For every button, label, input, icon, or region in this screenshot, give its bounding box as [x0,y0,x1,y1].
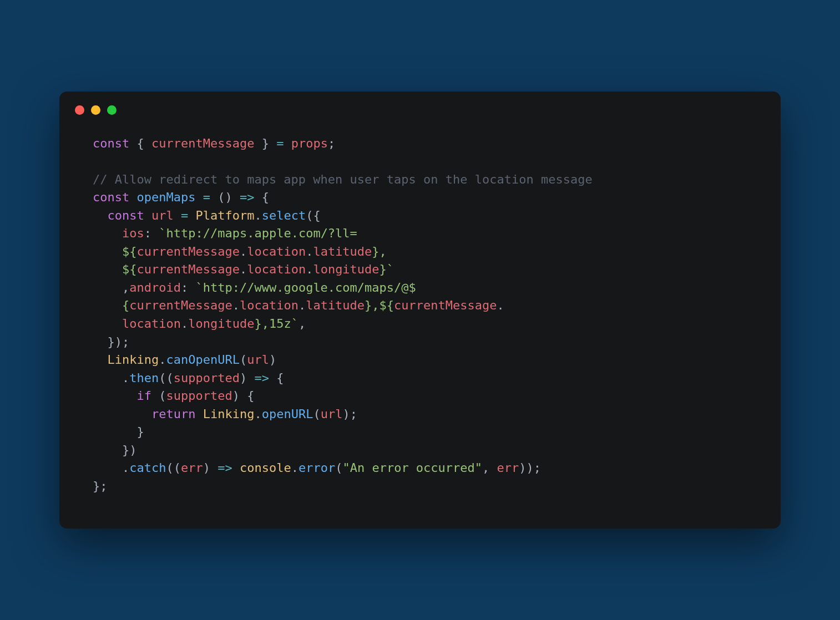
code-token-pn: }); [93,335,129,349]
close-icon[interactable] [75,105,84,115]
code-token-op: => [254,371,269,385]
code-token-id: url [247,353,269,367]
code-token-pn: { [269,371,284,385]
code-editor-window: const { currentMessage } = props; // All… [59,92,781,529]
code-token-id: location [247,262,306,276]
code-token-str: }` [379,262,394,276]
code-token-pn: . [240,262,247,276]
code-token-pn: , [93,281,129,294]
code-token-prop: ios [122,226,144,240]
code-token-id: location [240,298,298,312]
code-token-id: currentMessage [129,298,232,312]
code-token-id: currentMessage [136,262,239,276]
code-token-pn [284,136,291,150]
code-token-pn [188,209,195,222]
code-token-id: supported [174,371,240,385]
code-token-id: location [122,317,181,331]
code-token-pn: . [298,298,306,312]
code-token-id: longitude [313,262,379,276]
code-token-cls: console [240,461,291,475]
code-token-op: = [276,136,284,150]
code-token-pn [144,209,151,222]
code-token-pn: . [93,461,129,475]
code-token-pn [195,407,203,421]
code-token-op: = [181,209,188,222]
zoom-icon[interactable] [107,105,117,115]
code-token-id: currentMessage [394,298,497,312]
code-token-pn: ( [240,353,247,367]
code-token-pn: . [306,262,313,276]
code-token-pn: . [240,245,247,258]
code-token-pn: ( [151,389,166,403]
window-titlebar [59,92,781,118]
code-token-pn: { [129,136,151,150]
code-token-pn: . [254,209,261,222]
code-token-pn [93,209,108,222]
code-token-kw: const [93,136,129,150]
code-token-id: url [321,407,343,421]
code-token-pn: . [159,353,166,367]
code-token-pn: . [232,298,240,312]
code-token-pn [174,209,181,222]
code-token-id: props [291,136,328,150]
code-token-pn: . [93,371,129,385]
code-token-cls: Platform [195,209,254,222]
code-token-pn: )); [519,461,541,475]
code-token-pn: , [298,317,306,331]
code-token-id: currentMessage [151,136,254,150]
code-token-pn: ( [313,407,320,421]
code-token-op: => [217,461,232,475]
code-token-id: latitude [313,245,372,258]
code-token-pn: ; [328,136,335,150]
code-token-kw: const [108,209,144,222]
code-token-pn: }; [93,479,108,493]
code-token-fn: openURL [262,407,313,421]
code-token-pn: . [254,407,261,421]
code-token-pn: () [210,190,240,204]
code-token-pn [93,226,122,240]
code-token-pn [232,461,240,475]
code-token-fn: error [298,461,335,475]
code-token-pn: . [497,298,504,312]
code-token-str: "An error occurred" [342,461,482,475]
code-token-kw: return [151,407,195,421]
code-token-pn [129,190,136,204]
code-token-kw: const [93,190,129,204]
code-token-str: },15z` [254,317,298,331]
code-token-pn: { [254,190,269,204]
code-token-id: url [151,209,174,222]
code-token-id: latitude [306,298,365,312]
code-token-pn: , [482,461,497,475]
code-token-pn [93,389,136,403]
code-token-pn: ) [203,461,218,475]
code-token-fn: canOpenURL [166,353,239,367]
code-token-op: = [203,190,210,204]
code-token-id: longitude [188,317,254,331]
code-token-id: supported [166,389,232,403]
code-token-pn: (( [159,371,174,385]
code-token-str [93,317,122,331]
code-token-pn: (( [166,461,181,475]
code-token-fn: then [129,371,159,385]
code-token-pn: . [181,317,188,331]
code-token-fn: select [262,209,306,222]
minimize-icon[interactable] [91,105,100,115]
code-token-pn: ); [342,407,357,421]
code-token-pn: ({ [306,209,321,222]
code-token-pn: }) [93,443,136,457]
code-token-prop: android [129,281,181,294]
code-token-kw: if [136,389,151,403]
code-token-pn [93,407,151,421]
code-token-cmt: // Allow redirect to maps app when user … [93,172,593,186]
code-token-id: currentMessage [136,245,239,258]
code-token-fn: catch [129,461,166,475]
code-token-pn: ) [269,353,276,367]
code-token-fn: openMaps [136,190,195,204]
code-token-str: },${ [365,298,394,312]
code-token-id: err [181,461,203,475]
code-token-cls: Linking [108,353,159,367]
code-token-pn: ) [240,371,255,385]
code-token-pn: } [93,425,144,439]
code-token-id: err [497,461,519,475]
code-content: const { currentMessage } = props; // All… [59,118,781,496]
